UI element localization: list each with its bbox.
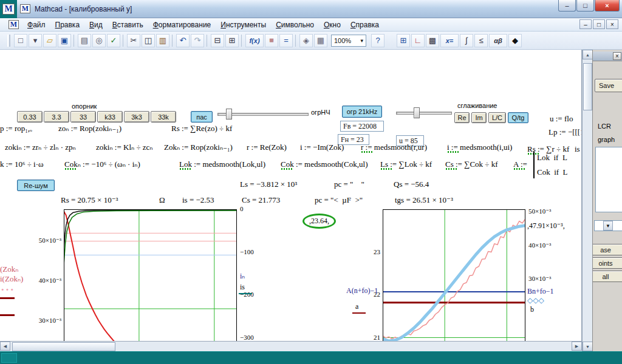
close-button[interactable]: × [595, 0, 620, 12]
math-expression[interactable]: r := medsmooth(r,ur) [361, 143, 427, 152]
math-expression[interactable]: Lok := medsmooth(Lok,ul) [179, 160, 265, 169]
maximize-button[interactable]: □ [576, 0, 594, 12]
horizontal-scroll-thumb[interactable] [12, 342, 115, 351]
math-expression[interactable]: Lp := −[[[1 ÷ (1 + Rop + 1·Rs) ÷ (π ÷ [549, 127, 582, 136]
scroll-up-button[interactable]: ▲ [583, 50, 593, 59]
math-expression[interactable]: u := flo [550, 114, 573, 123]
menu-item-5[interactable]: Инструменты [216, 19, 271, 30]
minimize-button[interactable]: – [558, 0, 576, 12]
re-noise-button[interactable]: Re-шум [17, 180, 55, 191]
smoothing-slider[interactable] [396, 107, 452, 118]
pas-button[interactable]: пас [191, 111, 213, 123]
rs-noise-plot[interactable]: 10×10³20×10³50×10⁻³40×10⁻³30×10⁻³20×10⁻³… [64, 209, 237, 341]
spell-check-icon[interactable]: ✓ [107, 34, 120, 47]
save-button[interactable]: Save [595, 79, 622, 92]
component-icon[interactable]: ◈ [299, 34, 313, 47]
math-expression[interactable]: A := [513, 160, 527, 169]
document-icon[interactable]: M [9, 20, 19, 29]
ogr-21khz-button[interactable]: огр 21kHz [342, 106, 382, 118]
matrix-palette-icon[interactable]: ▩ [426, 34, 439, 47]
lcr-label[interactable]: LCR [598, 123, 611, 130]
title-bar[interactable]: M Mathcad - [калиброванный у] –□× [17, 0, 622, 18]
side-panel-list[interactable] [595, 147, 622, 212]
horizontal-scrollbar[interactable]: ◀ ▶ [0, 341, 582, 351]
ref-3-3-button[interactable]: 3.3 [44, 111, 69, 123]
menu-item-8[interactable]: Справка [346, 19, 384, 30]
scroll-left-button[interactable]: ◀ [0, 342, 10, 351]
math-expression[interactable]: pc = " " [334, 180, 364, 189]
window-icon[interactable]: M [20, 4, 30, 13]
math-expression[interactable]: Rs := ∑Re(zo) ÷ kf [171, 124, 232, 133]
graph-palette-icon[interactable]: ∟ [411, 34, 425, 47]
math-expression[interactable]: Cs = 21.773 [242, 195, 280, 204]
open-icon[interactable]: ▱ [43, 34, 56, 47]
ref-3k3-button[interactable]: 3k3 [124, 111, 149, 123]
ref-33-button[interactable]: 33 [70, 111, 96, 123]
menu-item-7[interactable]: Окно [319, 19, 346, 30]
redo-icon[interactable]: ↷ [191, 34, 204, 47]
insert-unit-icon[interactable]: ≡ [265, 34, 278, 47]
calculator-palette-icon[interactable]: ⊞ [397, 34, 410, 47]
math-expression[interactable]: Ls = −3.812 × 10³ [240, 180, 297, 189]
im-button[interactable]: Im [471, 112, 487, 123]
scroll-right-button[interactable]: ▶ [572, 342, 582, 351]
zoom-select[interactable]: 100%▾ [331, 35, 366, 47]
ref-33k-button[interactable]: 33k [151, 111, 176, 123]
lc-button[interactable]: L/C [488, 112, 506, 123]
math-expression[interactable]: zokiₙ := zrₙ ÷ zlₙ · zpₙ [5, 143, 76, 152]
vertical-scrollbar[interactable]: ▲ ▼ [582, 50, 592, 351]
vertical-scroll-thumb[interactable] [583, 63, 592, 110]
cut-icon[interactable]: ✂ [127, 34, 140, 47]
align-across-icon[interactable]: ⊟ [211, 34, 224, 47]
ref-0-33-button[interactable]: 0.33 [17, 111, 43, 123]
evaluation-palette-icon[interactable]: x= [440, 34, 459, 47]
fv-value-box[interactable]: Fв = 22008 [340, 121, 384, 132]
lowfreq-slider[interactable] [217, 109, 309, 120]
child-restore-button[interactable]: □ [593, 19, 605, 29]
math-expression[interactable]: Qs = −56.4 [394, 180, 429, 189]
child-close-button[interactable]: × [606, 19, 618, 29]
math-expression[interactable]: is = −2.53 [182, 195, 214, 204]
menu-item-4[interactable]: Форматирование [148, 19, 216, 30]
math-expression[interactable]: Ω [159, 195, 165, 204]
paste-icon[interactable]: ▥ [156, 34, 169, 47]
math-expression[interactable]: tgs = 26.51 × 10⁻³ [395, 195, 453, 204]
slider-thumb[interactable] [414, 107, 420, 118]
ref-k33-button[interactable]: k33 [97, 111, 123, 123]
print-preview-icon[interactable]: ◎ [92, 34, 106, 47]
points-button[interactable]: oints [592, 257, 622, 269]
all-button[interactable]: all [592, 271, 622, 282]
math-expression[interactable]: Ls := ∑Lok ÷ kf [380, 160, 432, 169]
boolean-palette-icon[interactable]: ≤ [474, 34, 488, 47]
print-icon[interactable]: ▤ [78, 34, 91, 47]
math-expression[interactable]: p := rop₁,ₒ [0, 124, 32, 133]
side-panel-dropdown[interactable]: ▼ [594, 220, 622, 231]
math-expression[interactable]: Cok if L [537, 167, 568, 177]
math-expression[interactable]: Lok if L [537, 153, 567, 162]
menu-item-1[interactable]: Правка [50, 19, 85, 30]
side-panel-close-button[interactable]: × [613, 52, 621, 60]
help-icon[interactable]: ? [371, 34, 384, 47]
menu-item-2[interactable]: Вид [84, 19, 108, 30]
menu-item-3[interactable]: Вставить [108, 19, 148, 30]
math-expression[interactable]: zoₙ := Rop(zokiₙ₋₁) [58, 124, 121, 133]
worksheet[interactable]: опорник0.333.333k333k333kпасогрНЧогр 21k… [0, 50, 582, 341]
qtg-button[interactable]: Q/tg [508, 112, 528, 123]
math-expression[interactable]: is [575, 144, 580, 153]
re-button[interactable]: Re [454, 112, 470, 123]
scroll-down-button[interactable]: ▼ [583, 342, 593, 351]
calculus-palette-icon[interactable]: ∫ [460, 34, 473, 47]
evaluate-icon[interactable]: = [279, 34, 293, 47]
greek-palette-icon[interactable]: αβ [489, 34, 507, 47]
math-expression[interactable]: i := medsmooth(i,ui) [447, 143, 512, 152]
undo-icon[interactable]: ↶ [176, 34, 190, 47]
new-dropdown-icon[interactable]: ▾ [29, 34, 42, 47]
symbolic-palette-icon[interactable]: ◆ [508, 34, 522, 47]
save-icon[interactable]: ▣ [58, 34, 71, 47]
math-expression[interactable]: Cok := medsmooth(Cok,ul) [281, 160, 367, 169]
graph-label[interactable]: graph [598, 136, 615, 143]
math-expression[interactable]: r := Re(Zok) [247, 143, 287, 152]
new-icon[interactable]: □ [14, 34, 27, 47]
math-expression[interactable]: Cs := ∑Cok ÷ kf [445, 160, 498, 169]
child-minimize-button[interactable]: – [579, 19, 592, 29]
